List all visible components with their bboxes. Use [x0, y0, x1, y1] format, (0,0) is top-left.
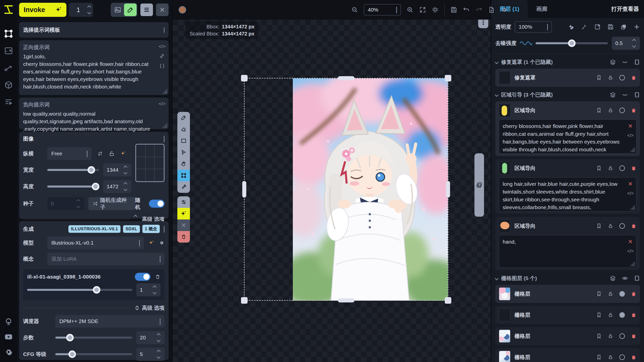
- height-stepper[interactable]: 1472: [103, 180, 131, 193]
- rect-tool-icon[interactable]: [177, 135, 190, 147]
- remove-prompt-icon[interactable]: ✕: [628, 122, 633, 130]
- regional-prompt-textarea[interactable]: long hair,silver hair,blue hair,cute,pur…: [499, 177, 636, 211]
- generation-bbox[interactable]: [244, 78, 448, 301]
- eye-closed-icon[interactable]: [622, 92, 628, 98]
- bbox-handle-ne[interactable]: [445, 75, 451, 81]
- scheduler-select[interactable]: DPM++ 2M SDE: [55, 315, 165, 328]
- visibility-circle-icon[interactable]: [619, 165, 625, 171]
- raster-layer-row[interactable]: 栅格层: [495, 327, 640, 345]
- undo-icon[interactable]: [463, 6, 470, 13]
- delete-layer-icon[interactable]: [631, 333, 636, 339]
- save-canvas-icon[interactable]: [450, 6, 457, 13]
- remove-prompt-icon[interactable]: ✕: [628, 180, 633, 188]
- bookmark-icon[interactable]: [596, 291, 602, 297]
- section-collapse-icon[interactable]: [495, 93, 499, 97]
- gallery-mode-button[interactable]: [111, 4, 124, 16]
- delete-layer-icon[interactable]: [631, 165, 636, 171]
- unlock-icon[interactable]: [608, 223, 613, 229]
- raster-layer-row[interactable]: 栅格层: [495, 285, 640, 303]
- swap-dimensions-icon[interactable]: [97, 151, 103, 157]
- delete-layer-icon[interactable]: [631, 223, 636, 229]
- invoke-sparkle-tool-icon[interactable]: [177, 208, 190, 219]
- nav-queue-icon[interactable]: [3, 97, 14, 108]
- positive-prompt-box[interactable]: 正向提示词 1girl,solo, cherry blossoms,hair f…: [19, 40, 169, 95]
- visibility-circle-icon[interactable]: [619, 108, 625, 113]
- bbox-handle-s[interactable]: [338, 298, 354, 302]
- lock-aspect-icon[interactable]: [109, 151, 115, 157]
- cancel-tool-icon[interactable]: [177, 219, 190, 231]
- generation-advanced-options[interactable]: 高级 选项: [135, 304, 165, 311]
- nav-upscale-icon[interactable]: [3, 45, 14, 56]
- gallery-drawer-handle[interactable]: [474, 153, 484, 217]
- regional-prompt-textarea[interactable]: cherry blossoms,hair flower,pink flower,…: [499, 119, 636, 154]
- resize-handle[interactable]: [162, 123, 167, 128]
- denoise-slider[interactable]: [536, 37, 608, 50]
- merge-shapes-icon[interactable]: [568, 24, 575, 30]
- eye-closed-icon[interactable]: [622, 59, 628, 65]
- steps-stepper[interactable]: 20: [136, 331, 165, 344]
- cfg-slider[interactable]: [55, 348, 132, 360]
- prompt-template-selector[interactable]: 选择提示词模板: [19, 22, 169, 38]
- frame-icon[interactable]: [634, 92, 640, 98]
- delete-layer-icon[interactable]: [631, 75, 636, 80]
- regional-guidance-card[interactable]: 区域导向 cherry blossoms,hair flower,pink fl…: [495, 101, 640, 156]
- nav-models-icon[interactable]: [3, 79, 14, 90]
- filter-wand-icon[interactable]: [581, 24, 588, 30]
- section-collapse-icon[interactable]: [495, 60, 499, 64]
- code-toggle-icon[interactable]: </>: [159, 44, 166, 49]
- bbox-tool-icon[interactable]: [177, 170, 190, 181]
- bbox-handle-nw[interactable]: [241, 75, 248, 81]
- bbox-handle-se[interactable]: [445, 297, 451, 304]
- bookmark-icon[interactable]: [596, 165, 602, 171]
- bbox-handle-sw[interactable]: [241, 297, 248, 304]
- resize-handle[interactable]: [630, 205, 635, 210]
- unlock-icon[interactable]: [608, 108, 613, 113]
- collapse-icon[interactable]: [164, 226, 165, 232]
- bookmark-icon[interactable]: [596, 312, 602, 318]
- frame-icon[interactable]: [634, 59, 640, 65]
- code-toggle-icon[interactable]: </>: [627, 190, 634, 197]
- visibility-circle-icon[interactable]: [619, 312, 625, 318]
- eraser-tool-icon[interactable]: [177, 123, 190, 135]
- open-viewer-link[interactable]: 打开查看器: [611, 0, 644, 18]
- menu-button[interactable]: [140, 4, 153, 16]
- bbox-handle-w[interactable]: [242, 181, 246, 198]
- tool-settings-icon[interactable]: [177, 196, 190, 208]
- zoom-out-icon[interactable]: [351, 6, 358, 13]
- fit-to-view-icon[interactable]: [419, 6, 426, 13]
- nav-workflows-icon[interactable]: [3, 62, 14, 73]
- layers-stack-icon[interactable]: [610, 59, 616, 65]
- unlock-icon[interactable]: [608, 165, 613, 171]
- raster-layer-row[interactable]: 栅格层: [495, 306, 640, 324]
- layers-stack-icon[interactable]: [610, 275, 616, 281]
- brush-color-swatch[interactable]: [179, 6, 186, 14]
- bookmark-icon[interactable]: [596, 333, 602, 339]
- model-select[interactable]: Illustrious-XL-v0.1: [47, 237, 144, 249]
- section-collapse-icon[interactable]: [495, 276, 499, 280]
- unlock-icon[interactable]: [608, 291, 613, 297]
- unlock-icon[interactable]: [608, 354, 613, 360]
- resize-handle[interactable]: [630, 147, 635, 152]
- resize-handle[interactable]: [162, 89, 167, 94]
- nav-canvas-icon[interactable]: [3, 28, 14, 39]
- negative-prompt-box[interactable]: 负向提示词 low quality,worst quality,normal q…: [19, 98, 169, 129]
- randomize-seed-button[interactable]: 随机生成种子: [88, 197, 135, 210]
- model-settings-gear-icon[interactable]: [158, 240, 165, 246]
- bookmark-icon[interactable]: [596, 223, 602, 229]
- link-prompts-icon[interactable]: [159, 53, 165, 59]
- zoom-in-icon[interactable]: [407, 6, 414, 13]
- delete-layer-icon[interactable]: [631, 108, 636, 113]
- aspect-select[interactable]: Free: [47, 147, 92, 160]
- transform-frame-icon[interactable]: [594, 24, 601, 30]
- width-stepper[interactable]: 1344: [103, 163, 131, 176]
- bookmark-icon[interactable]: [596, 108, 602, 113]
- seed-input[interactable]: 0: [47, 197, 85, 210]
- width-slider[interactable]: [47, 164, 99, 176]
- visibility-circle-icon[interactable]: [619, 75, 625, 80]
- settings-gear-icon[interactable]: [3, 346, 14, 357]
- canvas-settings-gear-icon[interactable]: [501, 6, 508, 13]
- unlock-icon[interactable]: [608, 333, 613, 339]
- code-toggle-icon[interactable]: </>: [627, 247, 634, 255]
- visibility-circle-icon[interactable]: [619, 291, 625, 297]
- bbox-handle-n[interactable]: [338, 76, 354, 80]
